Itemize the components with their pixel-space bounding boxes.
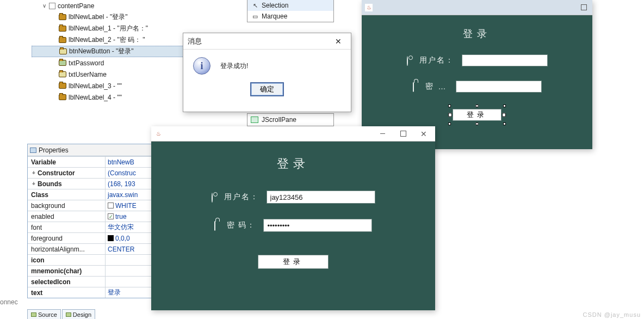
dialog-message: 登录成功! xyxy=(220,62,248,71)
palette-selection[interactable]: ↖Selection xyxy=(247,0,333,11)
username-label: 用户名： xyxy=(407,56,454,65)
maximize-button[interactable] xyxy=(576,2,591,14)
user-icon xyxy=(407,56,408,66)
tab-source[interactable]: Source xyxy=(27,309,61,319)
tree-node[interactable]: lblNewLabel - "登录" xyxy=(32,11,244,23)
java-icon: ♨ xyxy=(154,130,162,138)
dialog-titlebar[interactable]: 消息 ✕ xyxy=(183,33,351,50)
cursor-icon: ↖ xyxy=(252,2,258,9)
truncated-text: onnec xyxy=(0,298,18,306)
label-icon xyxy=(59,14,66,20)
username-input[interactable] xyxy=(267,191,375,204)
palette-jscrollpane[interactable]: JScrollPane xyxy=(247,113,334,126)
minimize-button[interactable] xyxy=(372,128,393,140)
dialog-close-button[interactable]: ✕ xyxy=(330,36,346,47)
close-button[interactable]: ✕ xyxy=(413,128,434,140)
properties-icon xyxy=(30,148,36,153)
login-window-running: ♨ ✕ 登录 用户名： 密 码： 登录 xyxy=(151,126,435,310)
palette-panel[interactable]: ↖Selection ▭Marquee xyxy=(247,0,334,22)
label-icon xyxy=(59,26,66,32)
java-icon: ♨ xyxy=(365,4,373,11)
tree-node-contentpane[interactable]: ∨ contentPane xyxy=(32,0,244,11)
properties-panel[interactable]: Properties VariablebtnNewB +Constructor(… xyxy=(27,144,153,298)
maximize-button[interactable] xyxy=(393,128,413,140)
window-titlebar[interactable]: ♨ xyxy=(362,0,592,15)
user-icon xyxy=(212,193,213,203)
selection-handles[interactable]: 登录 xyxy=(453,109,501,121)
properties-header: Properties xyxy=(28,144,153,156)
login-heading: 登录 xyxy=(151,142,435,172)
lock-icon xyxy=(214,221,215,231)
login-button[interactable]: 登录 xyxy=(258,255,329,269)
source-icon xyxy=(31,312,36,317)
dialog-title: 消息 xyxy=(188,36,202,46)
password-input[interactable] xyxy=(456,81,542,93)
login-button-design[interactable]: 登录 xyxy=(453,109,501,121)
textfield-icon xyxy=(59,71,66,77)
password-label: 密 码： xyxy=(214,220,256,230)
checkbox-icon[interactable] xyxy=(49,3,55,9)
textfield-icon xyxy=(59,60,66,66)
scrollpane-icon xyxy=(251,116,258,123)
dialog-ok-button[interactable]: 确定 xyxy=(250,82,284,96)
marquee-icon: ▭ xyxy=(252,13,258,20)
login-heading: 登录 xyxy=(362,15,592,40)
editor-tabs[interactable]: Source Design xyxy=(27,309,95,319)
checkbox-icon xyxy=(108,203,114,208)
message-dialog: 消息 ✕ i 登录成功! 确定 xyxy=(183,33,351,112)
expand-icon[interactable]: ∨ xyxy=(41,3,47,9)
palette-marquee[interactable]: ▭Marquee xyxy=(247,11,333,22)
password-input[interactable] xyxy=(263,219,372,232)
tree-label: contentPane xyxy=(58,2,94,10)
tab-design[interactable]: Design xyxy=(62,309,95,319)
label-icon xyxy=(59,37,66,43)
expand-icon[interactable]: + xyxy=(31,170,36,176)
label-icon xyxy=(59,94,66,100)
password-label: 密… xyxy=(413,82,448,91)
color-swatch-icon xyxy=(108,235,114,241)
label-icon xyxy=(59,83,66,89)
expand-icon[interactable]: + xyxy=(31,181,36,187)
username-input[interactable] xyxy=(462,54,548,66)
watermark: CSDN @jay_musu xyxy=(583,311,641,318)
info-icon: i xyxy=(193,57,210,75)
username-label: 用户名： xyxy=(212,192,259,202)
button-icon xyxy=(59,48,67,54)
design-icon xyxy=(66,312,71,317)
window-titlebar[interactable]: ♨ ✕ xyxy=(151,126,435,142)
checkbox-icon[interactable]: ✓ xyxy=(108,213,114,219)
lock-icon xyxy=(413,82,414,92)
